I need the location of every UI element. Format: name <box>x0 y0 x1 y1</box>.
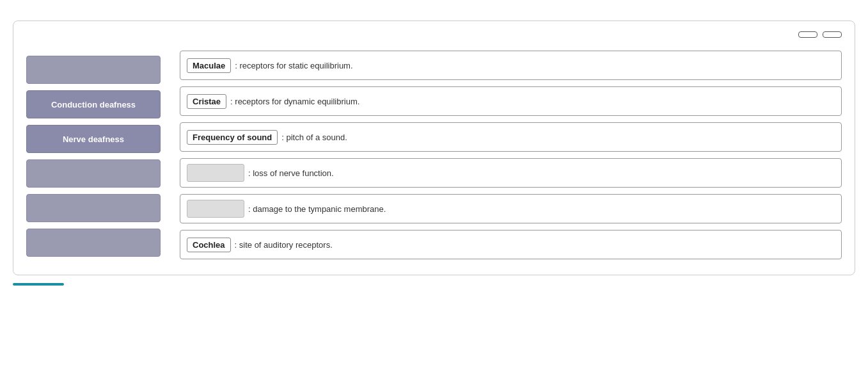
match-tag-row-5[interactable] <box>187 200 244 218</box>
word-tile-tile-4[interactable] <box>26 159 161 188</box>
match-tag-row-6[interactable]: Cochlea <box>187 238 231 252</box>
match-tag-row-1[interactable]: Maculae <box>187 58 231 73</box>
bottom-bar <box>13 283 64 286</box>
toolbar <box>26 31 842 38</box>
right-column: Maculae: receptors for static equilibriu… <box>180 51 842 259</box>
match-tag-row-4[interactable] <box>187 164 244 182</box>
match-row-row-3: Frequency of sound: pitch of a sound. <box>180 122 842 152</box>
match-row-row-4: : loss of nerve function. <box>180 158 842 188</box>
match-row-row-6: Cochlea: site of auditory receptors. <box>180 230 842 259</box>
main-area: Conduction deafnessNerve deafness Macula… <box>26 51 842 259</box>
match-description-row-3: : pitch of a sound. <box>281 133 347 142</box>
match-description-row-6: : site of auditory receptors. <box>235 240 333 250</box>
match-row-row-2: Cristae: receptors for dynamic equilibri… <box>180 86 842 116</box>
match-tag-row-3[interactable]: Frequency of sound <box>187 130 278 145</box>
match-description-row-2: : receptors for dynamic equilibrium. <box>230 97 359 106</box>
reset-button[interactable] <box>798 31 817 38</box>
word-tile-tile-2[interactable]: Conduction deafness <box>26 90 161 118</box>
word-tile-tile-6[interactable] <box>26 229 161 257</box>
left-column: Conduction deafnessNerve deafness <box>26 51 161 259</box>
word-tile-tile-5[interactable] <box>26 194 161 222</box>
page-wrapper: Conduction deafnessNerve deafness Macula… <box>0 0 868 296</box>
match-description-row-4: : loss of nerve function. <box>248 168 334 178</box>
match-tag-row-2[interactable]: Cristae <box>187 94 226 109</box>
quiz-container: Conduction deafnessNerve deafness Macula… <box>13 20 855 275</box>
word-tile-tile-3[interactable]: Nerve deafness <box>26 125 161 153</box>
word-tile-tile-1[interactable] <box>26 56 161 84</box>
match-row-row-5: : damage to the tympanic membrane. <box>180 194 842 223</box>
match-row-row-1: Maculae: receptors for static equilibriu… <box>180 51 842 80</box>
match-description-row-5: : damage to the tympanic membrane. <box>248 204 386 214</box>
match-description-row-1: : receptors for static equilibrium. <box>235 61 352 70</box>
help-button[interactable] <box>823 31 842 38</box>
